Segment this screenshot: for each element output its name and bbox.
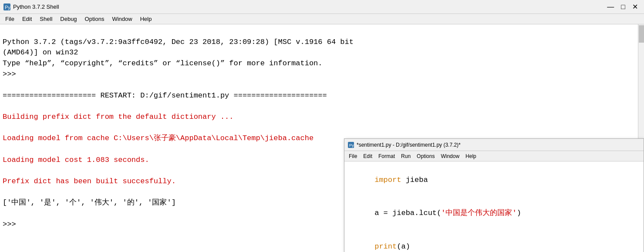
- code-rest3: (a): [397, 242, 410, 251]
- code-line3: print(a): [348, 230, 640, 252]
- code-line2: a = jieba.lcut('中国是个伟大的国家'): [348, 197, 640, 230]
- editor-menu-window[interactable]: Window: [438, 152, 462, 160]
- scrollbar-thumb[interactable]: [639, 25, 644, 43]
- editor-python-icon: Py: [348, 142, 354, 148]
- editor-menu-bar: File Edit Format Run Options Window Help: [344, 151, 644, 161]
- code-rest1: jieba: [401, 176, 428, 184]
- output-line2: (AMD64)] on win32: [3, 48, 78, 57]
- editor-menu-edit[interactable]: Edit: [361, 152, 375, 160]
- output-line1: Python 3.7.2 (tags/v3.7.2:9a3ffc0492, De…: [3, 38, 354, 46]
- editor-window: Py *sentiment1.py - D:/gif/sentiment1.py…: [344, 138, 644, 252]
- minimize-button[interactable]: —: [604, 3, 617, 11]
- code-string: '中国是个伟大的国家': [441, 209, 516, 217]
- svg-text:Py: Py: [5, 5, 10, 10]
- menu-options[interactable]: Options: [81, 15, 108, 23]
- red-line2: Loading model from cache C:\Users\张子豪\Ap…: [3, 134, 314, 142]
- editor-menu-format[interactable]: Format: [376, 152, 398, 160]
- maximize-button[interactable]: □: [618, 3, 628, 11]
- keyword-print: print: [374, 242, 397, 251]
- title-bar: Py Python 3.7.2 Shell — □ ✕: [0, 0, 644, 14]
- red-line1: Building prefix dict from the default di…: [3, 113, 234, 121]
- code-line1: import jieba: [348, 163, 640, 197]
- separator-line: ===================== RESTART: D:/gif/se…: [3, 91, 327, 100]
- editor-title-bar: Py *sentiment1.py - D:/gif/sentiment1.py…: [344, 139, 644, 151]
- menu-edit[interactable]: Edit: [19, 15, 35, 23]
- editor-title: *sentiment1.py - D:/gif/sentiment1.py (3…: [357, 142, 461, 148]
- shell-menu-bar: File Edit Shell Debug Options Window Hel…: [0, 14, 644, 24]
- output-line3: Type “help”, “copyright”, “credits” or “…: [3, 59, 323, 67]
- editor-menu-file[interactable]: File: [346, 152, 360, 160]
- window-title: Python 3.7.2 Shell: [13, 3, 59, 10]
- red-line3: Loading model cost 1.083 seconds.: [3, 156, 149, 164]
- title-bar-controls: — □ ✕: [604, 3, 641, 11]
- editor-menu-run[interactable]: Run: [398, 152, 413, 160]
- menu-file[interactable]: File: [2, 15, 18, 23]
- menu-debug[interactable]: Debug: [57, 15, 80, 23]
- editor-menu-help[interactable]: Help: [463, 152, 479, 160]
- red-line4: Prefix dict has been built succesfully.: [3, 177, 176, 185]
- code-paren: ): [517, 209, 521, 217]
- output-list: ['中国', '是', '个', '伟大', '的', '国家']: [3, 198, 176, 207]
- code-assignment: a = jieba.lcut(: [374, 209, 441, 217]
- prompt1: >>>: [3, 70, 16, 78]
- menu-shell[interactable]: Shell: [36, 15, 56, 23]
- title-bar-left: Py Python 3.7.2 Shell: [3, 3, 59, 10]
- python-icon: Py: [3, 3, 10, 10]
- menu-help[interactable]: Help: [137, 15, 155, 23]
- prompt2: >>>: [3, 220, 16, 228]
- keyword-import: import: [374, 176, 401, 184]
- svg-text:Py: Py: [349, 143, 354, 148]
- editor-menu-options[interactable]: Options: [414, 152, 437, 160]
- editor-content: import jieba a = jieba.lcut('中国是个伟大的国家')…: [344, 161, 644, 252]
- editor-title-left: Py *sentiment1.py - D:/gif/sentiment1.py…: [348, 142, 461, 148]
- close-button[interactable]: ✕: [630, 3, 641, 11]
- menu-window[interactable]: Window: [108, 15, 135, 23]
